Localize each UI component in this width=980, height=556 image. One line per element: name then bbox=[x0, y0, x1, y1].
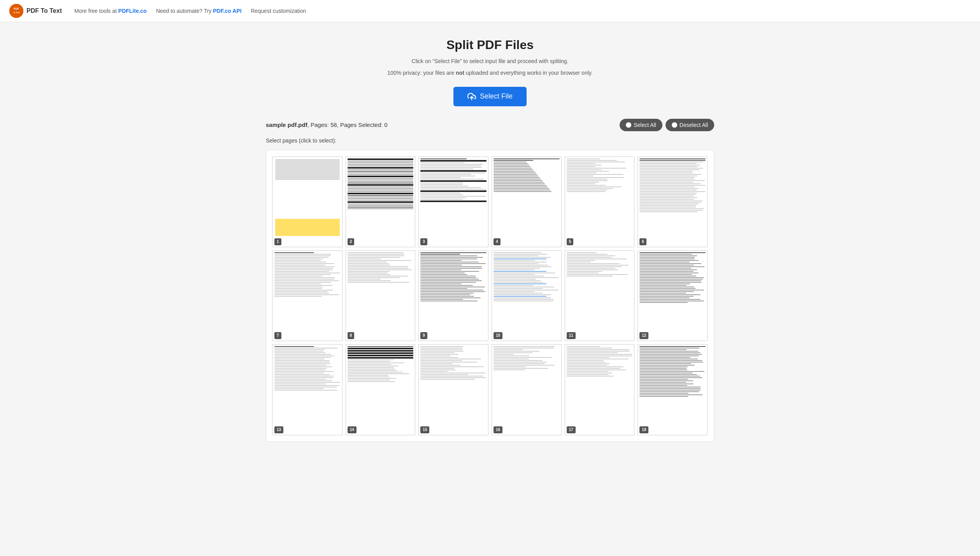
subtitle-2-prefix: 100% privacy: your files are bbox=[387, 70, 456, 76]
select-file-button[interactable]: Select File bbox=[453, 87, 527, 106]
page-number-badge: 13 bbox=[274, 426, 283, 433]
page-thumb-content bbox=[273, 345, 342, 435]
page-title: Split PDF Files bbox=[266, 38, 714, 52]
subtitle-1: Click on "Select File" to select input f… bbox=[266, 57, 714, 65]
page-thumb[interactable]: 13 bbox=[272, 344, 342, 435]
nav-custom[interactable]: Request customization bbox=[251, 8, 306, 14]
page-number-badge: 2 bbox=[348, 238, 355, 245]
subtitle-2-suffix: uploaded and everything works in your br… bbox=[464, 70, 593, 76]
page-number-badge: 10 bbox=[494, 332, 502, 339]
page-thumb-content bbox=[565, 251, 634, 341]
page-number-badge: 12 bbox=[639, 332, 648, 339]
svg-text:PDF: PDF bbox=[14, 7, 19, 10]
page-thumb[interactable]: 15 bbox=[418, 344, 488, 435]
page-thumb[interactable]: 5 bbox=[565, 157, 635, 247]
page-number-badge: 7 bbox=[274, 332, 281, 339]
page-number-badge: 5 bbox=[567, 238, 574, 245]
selected-label: Pages Selected: bbox=[340, 121, 383, 128]
page-thumb[interactable]: 8 bbox=[346, 250, 416, 341]
page-thumb-content bbox=[419, 345, 488, 435]
svg-point-4 bbox=[626, 122, 631, 128]
nav-pdflite[interactable]: More free tools at PDFLite.co bbox=[74, 8, 147, 14]
nav-links: More free tools at PDFLite.co Need to au… bbox=[74, 8, 971, 14]
page-thumb-content bbox=[273, 157, 342, 247]
page-thumb-content bbox=[273, 251, 342, 341]
deselect-all-button[interactable]: Deselect All bbox=[666, 119, 714, 131]
selected-count: 0 bbox=[384, 121, 387, 128]
pages-count: 58 bbox=[330, 121, 337, 128]
page-number-badge: 8 bbox=[348, 332, 355, 339]
page-thumb[interactable]: 10 bbox=[492, 250, 562, 341]
nav-pdflite-link[interactable]: PDFLite.co bbox=[118, 8, 147, 14]
page-thumb-content bbox=[565, 345, 634, 435]
page-thumb-content bbox=[346, 251, 415, 341]
page-thumb[interactable]: 1 bbox=[272, 157, 342, 247]
page-thumb[interactable]: 3 bbox=[418, 157, 488, 247]
pages-label: Pages: bbox=[311, 121, 329, 128]
main-content: Split PDF Files Click on "Select File" t… bbox=[256, 22, 724, 457]
upload-icon bbox=[467, 92, 476, 101]
page-thumb-content bbox=[492, 157, 561, 247]
page-thumb[interactable]: 17 bbox=[565, 344, 635, 435]
page-number-badge: 6 bbox=[639, 238, 646, 245]
page-thumb[interactable]: 6 bbox=[638, 157, 708, 247]
page-thumb-content bbox=[419, 251, 488, 341]
svg-point-0 bbox=[9, 4, 23, 18]
page-number-badge: 18 bbox=[639, 426, 648, 433]
logo-icon: PDF To Text bbox=[9, 4, 23, 18]
filename: sample pdf.pdf bbox=[266, 121, 307, 128]
page-thumb[interactable]: 16 bbox=[492, 344, 562, 435]
select-all-label: Select All bbox=[634, 122, 656, 128]
check-icon bbox=[626, 122, 631, 128]
page-thumb-content bbox=[638, 157, 707, 247]
page-thumb-content bbox=[638, 345, 707, 435]
page-number-badge: 4 bbox=[494, 238, 501, 245]
page-thumb-content bbox=[419, 157, 488, 247]
subtitle-2: 100% privacy: your files are not uploade… bbox=[266, 69, 714, 77]
page-thumb[interactable]: 18 bbox=[638, 344, 708, 435]
page-thumb[interactable]: 7 bbox=[272, 250, 342, 341]
page-thumb-content bbox=[346, 345, 415, 435]
nav-api[interactable]: Need to automate? Try PDF.co API bbox=[156, 8, 242, 14]
page-thumb-content bbox=[638, 251, 707, 341]
page-thumb-content bbox=[346, 157, 415, 247]
page-thumb[interactable]: 12 bbox=[638, 250, 708, 341]
select-all-button[interactable]: Select All bbox=[620, 119, 662, 131]
subtitle-2-bold: not bbox=[456, 70, 464, 76]
page-number-badge: 11 bbox=[567, 332, 576, 339]
action-buttons: Select All Deselect All bbox=[620, 119, 714, 131]
x-circle-icon bbox=[672, 122, 677, 128]
page-number-badge: 14 bbox=[348, 426, 357, 433]
nav-api-link[interactable]: PDF.co API bbox=[213, 8, 241, 14]
page-number-badge: 3 bbox=[420, 238, 427, 245]
logo[interactable]: PDF To Text PDF To Text bbox=[9, 4, 62, 18]
deselect-all-label: Deselect All bbox=[680, 122, 708, 128]
page-number-badge: 16 bbox=[494, 426, 502, 433]
select-file-label: Select File bbox=[480, 92, 513, 100]
page-number-badge: 9 bbox=[420, 332, 427, 339]
page-thumb[interactable]: 2 bbox=[346, 157, 416, 247]
file-info-bar: sample pdf.pdf, Pages: 58, Pages Selecte… bbox=[266, 119, 714, 131]
page-thumb[interactable]: 9 bbox=[418, 250, 488, 341]
select-pages-label: Select pages (click to select): bbox=[266, 137, 714, 144]
pages-grid: 1 2 3 4 5 bbox=[266, 150, 714, 442]
page-thumb[interactable]: 11 bbox=[565, 250, 635, 341]
svg-text:To Text: To Text bbox=[13, 11, 19, 14]
page-number-badge: 1 bbox=[274, 238, 281, 245]
page-thumb-content bbox=[492, 251, 561, 341]
file-info: sample pdf.pdf, Pages: 58, Pages Selecte… bbox=[266, 121, 388, 128]
page-thumb-content bbox=[492, 345, 561, 435]
page-number-badge: 17 bbox=[567, 426, 576, 433]
page-thumb[interactable]: 14 bbox=[346, 344, 416, 435]
page-thumb-content bbox=[565, 157, 634, 247]
logo-text: PDF To Text bbox=[26, 7, 62, 14]
page-thumb[interactable]: 4 bbox=[492, 157, 562, 247]
site-header: PDF To Text PDF To Text More free tools … bbox=[0, 0, 980, 22]
page-number-badge: 15 bbox=[420, 426, 429, 433]
